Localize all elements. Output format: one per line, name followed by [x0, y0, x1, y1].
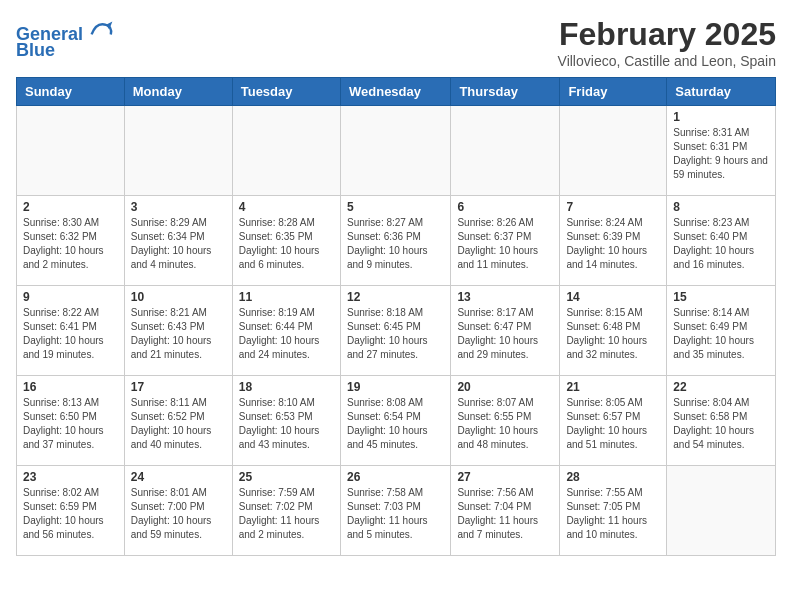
day-number: 25	[239, 470, 334, 484]
day-info: Sunrise: 8:05 AM Sunset: 6:57 PM Dayligh…	[566, 396, 660, 452]
weekday-header-sunday: Sunday	[17, 78, 125, 106]
day-number: 12	[347, 290, 444, 304]
day-info: Sunrise: 8:10 AM Sunset: 6:53 PM Dayligh…	[239, 396, 334, 452]
calendar-cell: 23Sunrise: 8:02 AM Sunset: 6:59 PM Dayli…	[17, 466, 125, 556]
day-number: 10	[131, 290, 226, 304]
day-info: Sunrise: 8:19 AM Sunset: 6:44 PM Dayligh…	[239, 306, 334, 362]
calendar-cell: 20Sunrise: 8:07 AM Sunset: 6:55 PM Dayli…	[451, 376, 560, 466]
week-row-4: 16Sunrise: 8:13 AM Sunset: 6:50 PM Dayli…	[17, 376, 776, 466]
calendar-cell: 16Sunrise: 8:13 AM Sunset: 6:50 PM Dayli…	[17, 376, 125, 466]
calendar-cell: 28Sunrise: 7:55 AM Sunset: 7:05 PM Dayli…	[560, 466, 667, 556]
day-info: Sunrise: 8:24 AM Sunset: 6:39 PM Dayligh…	[566, 216, 660, 272]
day-info: Sunrise: 8:13 AM Sunset: 6:50 PM Dayligh…	[23, 396, 118, 452]
day-info: Sunrise: 8:31 AM Sunset: 6:31 PM Dayligh…	[673, 126, 769, 182]
calendar-cell: 9Sunrise: 8:22 AM Sunset: 6:41 PM Daylig…	[17, 286, 125, 376]
day-number: 9	[23, 290, 118, 304]
month-title: February 2025	[558, 16, 776, 53]
week-row-3: 9Sunrise: 8:22 AM Sunset: 6:41 PM Daylig…	[17, 286, 776, 376]
day-number: 14	[566, 290, 660, 304]
day-info: Sunrise: 7:58 AM Sunset: 7:03 PM Dayligh…	[347, 486, 444, 542]
calendar-cell: 12Sunrise: 8:18 AM Sunset: 6:45 PM Dayli…	[340, 286, 450, 376]
day-info: Sunrise: 8:28 AM Sunset: 6:35 PM Dayligh…	[239, 216, 334, 272]
calendar-cell: 4Sunrise: 8:28 AM Sunset: 6:35 PM Daylig…	[232, 196, 340, 286]
day-number: 6	[457, 200, 553, 214]
calendar-cell	[124, 106, 232, 196]
day-number: 3	[131, 200, 226, 214]
day-info: Sunrise: 8:15 AM Sunset: 6:48 PM Dayligh…	[566, 306, 660, 362]
day-info: Sunrise: 8:21 AM Sunset: 6:43 PM Dayligh…	[131, 306, 226, 362]
page-header: General Blue February 2025 Villovieco, C…	[16, 16, 776, 69]
calendar-cell	[451, 106, 560, 196]
calendar-cell: 18Sunrise: 8:10 AM Sunset: 6:53 PM Dayli…	[232, 376, 340, 466]
calendar-cell: 1Sunrise: 8:31 AM Sunset: 6:31 PM Daylig…	[667, 106, 776, 196]
calendar-cell: 2Sunrise: 8:30 AM Sunset: 6:32 PM Daylig…	[17, 196, 125, 286]
logo-icon	[90, 16, 114, 40]
weekday-header-tuesday: Tuesday	[232, 78, 340, 106]
day-number: 7	[566, 200, 660, 214]
calendar-cell: 7Sunrise: 8:24 AM Sunset: 6:39 PM Daylig…	[560, 196, 667, 286]
day-info: Sunrise: 8:22 AM Sunset: 6:41 PM Dayligh…	[23, 306, 118, 362]
day-number: 22	[673, 380, 769, 394]
day-number: 16	[23, 380, 118, 394]
weekday-header-monday: Monday	[124, 78, 232, 106]
calendar-cell	[17, 106, 125, 196]
calendar-cell: 25Sunrise: 7:59 AM Sunset: 7:02 PM Dayli…	[232, 466, 340, 556]
calendar-cell: 10Sunrise: 8:21 AM Sunset: 6:43 PM Dayli…	[124, 286, 232, 376]
calendar-cell: 24Sunrise: 8:01 AM Sunset: 7:00 PM Dayli…	[124, 466, 232, 556]
day-info: Sunrise: 7:56 AM Sunset: 7:04 PM Dayligh…	[457, 486, 553, 542]
day-number: 24	[131, 470, 226, 484]
calendar-cell: 3Sunrise: 8:29 AM Sunset: 6:34 PM Daylig…	[124, 196, 232, 286]
weekday-header-wednesday: Wednesday	[340, 78, 450, 106]
day-number: 8	[673, 200, 769, 214]
day-number: 2	[23, 200, 118, 214]
weekday-header-saturday: Saturday	[667, 78, 776, 106]
calendar-cell: 22Sunrise: 8:04 AM Sunset: 6:58 PM Dayli…	[667, 376, 776, 466]
day-info: Sunrise: 8:26 AM Sunset: 6:37 PM Dayligh…	[457, 216, 553, 272]
calendar-cell	[560, 106, 667, 196]
calendar-cell: 15Sunrise: 8:14 AM Sunset: 6:49 PM Dayli…	[667, 286, 776, 376]
day-info: Sunrise: 8:11 AM Sunset: 6:52 PM Dayligh…	[131, 396, 226, 452]
day-info: Sunrise: 8:01 AM Sunset: 7:00 PM Dayligh…	[131, 486, 226, 542]
calendar-cell: 13Sunrise: 8:17 AM Sunset: 6:47 PM Dayli…	[451, 286, 560, 376]
week-row-2: 2Sunrise: 8:30 AM Sunset: 6:32 PM Daylig…	[17, 196, 776, 286]
calendar-cell: 17Sunrise: 8:11 AM Sunset: 6:52 PM Dayli…	[124, 376, 232, 466]
day-info: Sunrise: 8:30 AM Sunset: 6:32 PM Dayligh…	[23, 216, 118, 272]
day-info: Sunrise: 8:17 AM Sunset: 6:47 PM Dayligh…	[457, 306, 553, 362]
calendar-cell	[340, 106, 450, 196]
logo: General Blue	[16, 16, 114, 61]
weekday-header-thursday: Thursday	[451, 78, 560, 106]
day-number: 28	[566, 470, 660, 484]
calendar-cell: 19Sunrise: 8:08 AM Sunset: 6:54 PM Dayli…	[340, 376, 450, 466]
day-info: Sunrise: 7:59 AM Sunset: 7:02 PM Dayligh…	[239, 486, 334, 542]
day-info: Sunrise: 7:55 AM Sunset: 7:05 PM Dayligh…	[566, 486, 660, 542]
day-number: 4	[239, 200, 334, 214]
day-number: 26	[347, 470, 444, 484]
day-number: 17	[131, 380, 226, 394]
day-number: 13	[457, 290, 553, 304]
day-info: Sunrise: 8:04 AM Sunset: 6:58 PM Dayligh…	[673, 396, 769, 452]
day-info: Sunrise: 8:08 AM Sunset: 6:54 PM Dayligh…	[347, 396, 444, 452]
day-number: 21	[566, 380, 660, 394]
day-number: 20	[457, 380, 553, 394]
calendar-table: SundayMondayTuesdayWednesdayThursdayFrid…	[16, 77, 776, 556]
day-info: Sunrise: 8:29 AM Sunset: 6:34 PM Dayligh…	[131, 216, 226, 272]
calendar-cell	[667, 466, 776, 556]
week-row-5: 23Sunrise: 8:02 AM Sunset: 6:59 PM Dayli…	[17, 466, 776, 556]
calendar-cell: 5Sunrise: 8:27 AM Sunset: 6:36 PM Daylig…	[340, 196, 450, 286]
day-number: 11	[239, 290, 334, 304]
calendar-cell: 27Sunrise: 7:56 AM Sunset: 7:04 PM Dayli…	[451, 466, 560, 556]
title-area: February 2025 Villovieco, Castille and L…	[558, 16, 776, 69]
day-info: Sunrise: 8:02 AM Sunset: 6:59 PM Dayligh…	[23, 486, 118, 542]
calendar-cell: 21Sunrise: 8:05 AM Sunset: 6:57 PM Dayli…	[560, 376, 667, 466]
calendar-cell: 8Sunrise: 8:23 AM Sunset: 6:40 PM Daylig…	[667, 196, 776, 286]
calendar-cell: 11Sunrise: 8:19 AM Sunset: 6:44 PM Dayli…	[232, 286, 340, 376]
location-title: Villovieco, Castille and Leon, Spain	[558, 53, 776, 69]
day-info: Sunrise: 8:14 AM Sunset: 6:49 PM Dayligh…	[673, 306, 769, 362]
weekday-header-row: SundayMondayTuesdayWednesdayThursdayFrid…	[17, 78, 776, 106]
day-number: 27	[457, 470, 553, 484]
day-number: 18	[239, 380, 334, 394]
day-number: 23	[23, 470, 118, 484]
day-info: Sunrise: 8:18 AM Sunset: 6:45 PM Dayligh…	[347, 306, 444, 362]
calendar-cell	[232, 106, 340, 196]
calendar-cell: 6Sunrise: 8:26 AM Sunset: 6:37 PM Daylig…	[451, 196, 560, 286]
